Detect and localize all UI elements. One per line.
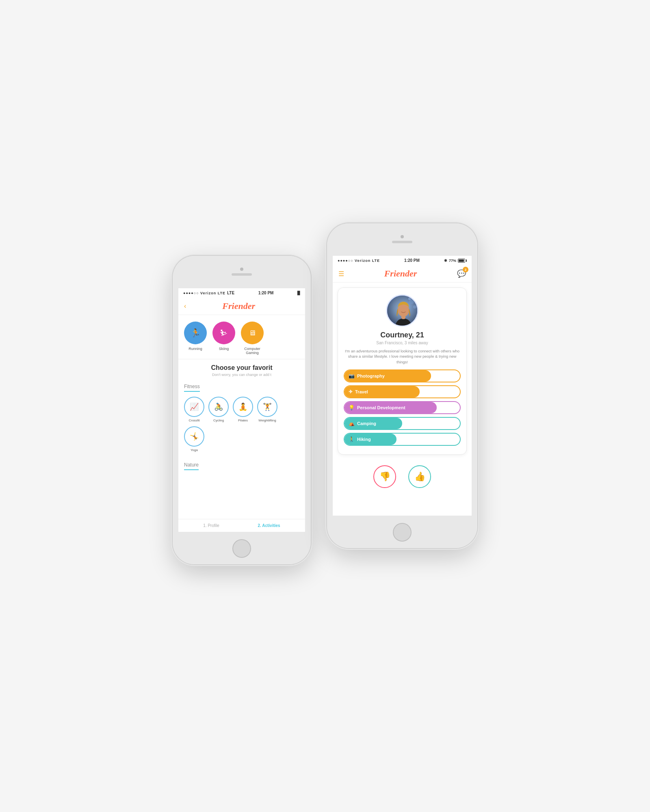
phone-front: ●●●●○○ Verizon LTE 1:20 PM ✱ 77% ☰	[327, 223, 477, 548]
yoga-label: Yoga	[191, 448, 198, 452]
plane-icon: ✈	[349, 389, 353, 395]
nature-section: Nature	[178, 458, 305, 474]
status-bar-back: ●●●●○○ Verizon LTE LTE 1:20 PM ▉	[178, 288, 305, 298]
interest-personal-dev[interactable]: 💡 Personal Development	[344, 401, 461, 414]
computer-gaming-label: Computer Gaming	[242, 347, 262, 355]
battery-tip	[466, 259, 467, 262]
cycling-label: Cycling	[213, 419, 224, 422]
activity-running[interactable]: 🏃 Running	[184, 322, 207, 355]
phone-back: ●●●●○○ Verizon LTE LTE 1:20 PM ▉ ‹ Frien…	[173, 256, 311, 564]
status-bar-front: ●●●●○○ Verizon LTE 1:20 PM ✱ 77%	[333, 256, 472, 265]
travel-label: ✈ Travel	[344, 389, 368, 395]
choose-title: Choose your favorit	[185, 364, 299, 371]
interest-camping[interactable]: ⛺ Camping	[344, 417, 461, 430]
computer-gaming-icon: 🖥	[241, 322, 264, 344]
weightlifting-item[interactable]: 🏋 Weightlifting	[257, 397, 277, 422]
home-button-front[interactable]	[393, 523, 412, 542]
fitness-label: Fitness	[184, 384, 200, 392]
profile-card: Courtney, 21 San Francisco, 3 miles away…	[338, 287, 467, 455]
like-button[interactable]: 👍	[408, 465, 431, 488]
activity-skiing[interactable]: ⛷ Skiing	[212, 322, 235, 355]
profile-bio: I'm an adventurous professional looking …	[344, 348, 461, 365]
hiking-label: 🚶 Hiking	[344, 436, 371, 442]
camping-icon: ⛺	[349, 421, 355, 426]
camping-label: ⛺ Camping	[344, 421, 376, 426]
running-label: Running	[188, 347, 202, 351]
chat-badge-count: 2	[463, 267, 468, 272]
choose-section: Choose your favorit Don't worry, you can…	[178, 359, 305, 379]
crossfit-label: Crossfit	[188, 419, 199, 422]
bottom-nav: 1. Profile 2. Activities	[178, 519, 305, 532]
status-right-front: ✱ 77%	[444, 259, 467, 263]
weightlifting-label: Weightlifting	[258, 419, 276, 422]
pilates-label: Pilates	[238, 419, 248, 422]
phone-top-bar-front	[327, 223, 477, 255]
action-buttons: 👎 👍	[333, 460, 472, 492]
hamburger-icon[interactable]: ☰	[338, 270, 344, 278]
dislike-icon: 👎	[379, 471, 390, 482]
top-activities: 🏃 Running ⛷ Skiing 🖥 Comp	[178, 315, 305, 359]
profile-name: Courtney, 21	[344, 331, 461, 339]
status-left-back: ●●●●○○ Verizon LTE LTE	[183, 291, 234, 295]
dislike-button[interactable]: 👎	[373, 465, 396, 488]
network-back: LTE	[227, 291, 234, 295]
profile-location: San Francisco, 3 miles away	[344, 341, 461, 345]
phones-showcase: ●●●●○○ Verizon LTE LTE 1:20 PM ▉ ‹ Frien…	[173, 223, 477, 589]
camera-icon: 📷	[349, 373, 355, 379]
battery-pct: 77%	[449, 259, 456, 263]
nature-label: Nature	[184, 462, 199, 470]
home-bar-front	[327, 516, 477, 548]
photography-label: 📷 Photography	[344, 373, 385, 379]
svg-point-3	[413, 305, 416, 309]
cycling-item[interactable]: 🚴 Cycling	[208, 397, 229, 422]
battery-bar	[458, 259, 467, 263]
back-screen: ●●●●○○ Verizon LTE LTE 1:20 PM ▉ ‹ Frien…	[178, 288, 305, 532]
step2-nav[interactable]: 2. Activities	[258, 523, 280, 528]
avatar-image	[387, 296, 417, 326]
app-logo-back: Friender	[222, 301, 255, 311]
app-logo-front: Friender	[384, 268, 417, 279]
yoga-icon: 🤸	[184, 426, 204, 447]
crossfit-icon: 📈	[184, 397, 204, 417]
crossfit-item[interactable]: 📈 Crossfit	[184, 397, 204, 422]
battery-fill	[459, 259, 464, 262]
svg-point-4	[408, 298, 411, 300]
home-bar-back	[173, 533, 311, 564]
interest-hiking[interactable]: 🚶 Hiking	[344, 433, 461, 446]
battery-icon-back: ▉	[297, 291, 300, 295]
time-front: 1:20 PM	[404, 258, 420, 263]
signal-indicator-front: ●●●●○○ Verizon LTE	[338, 259, 380, 263]
time-back: 1:20 PM	[258, 291, 274, 295]
fitness-section: Fitness 📈 Crossfit 🚴 Cycling 🧘 Pilate	[178, 379, 305, 454]
home-button-back[interactable]	[232, 539, 251, 558]
step1-nav[interactable]: 1. Profile	[203, 523, 219, 528]
battery-body	[458, 259, 465, 263]
signal-indicator-back: ●●●●○○ Verizon LTE	[183, 291, 225, 295]
app-header-front: ☰ Friender 💬 2	[333, 265, 472, 283]
interest-travel[interactable]: ✈ Travel	[344, 385, 461, 398]
activity-computer-gaming[interactable]: 🖥 Computer Gaming	[241, 322, 264, 355]
speaker-front	[392, 241, 412, 243]
chat-icon-container[interactable]: 💬 2	[457, 269, 466, 278]
camera-back	[240, 268, 243, 271]
like-icon: 👍	[414, 471, 425, 482]
interest-photography[interactable]: 📷 Photography	[344, 369, 461, 382]
cycling-icon: 🚴	[208, 397, 229, 417]
pilates-item[interactable]: 🧘 Pilates	[233, 397, 253, 422]
status-left-front: ●●●●○○ Verizon LTE	[338, 259, 380, 263]
yoga-item[interactable]: 🤸 Yoga	[184, 426, 204, 452]
fitness-grid: 📈 Crossfit 🚴 Cycling 🧘 Pilates 🏋	[184, 397, 299, 452]
choose-subtitle: Don't worry, you can change or add t	[185, 373, 299, 377]
pilates-icon: 🧘	[233, 397, 253, 417]
back-button[interactable]: ‹	[184, 302, 186, 310]
personal-label: 💡 Personal Development	[344, 405, 405, 410]
bulb-icon: 💡	[349, 405, 355, 410]
speaker-back	[232, 273, 252, 276]
status-right-back: ▉	[297, 291, 300, 295]
app-header-back: ‹ Friender	[178, 298, 305, 315]
avatar-container	[344, 294, 461, 327]
front-screen: ●●●●○○ Verizon LTE 1:20 PM ✱ 77% ☰	[333, 256, 472, 516]
avatar-svg	[387, 296, 417, 326]
weightlifting-icon: 🏋	[257, 397, 277, 417]
camera-front	[401, 235, 404, 238]
